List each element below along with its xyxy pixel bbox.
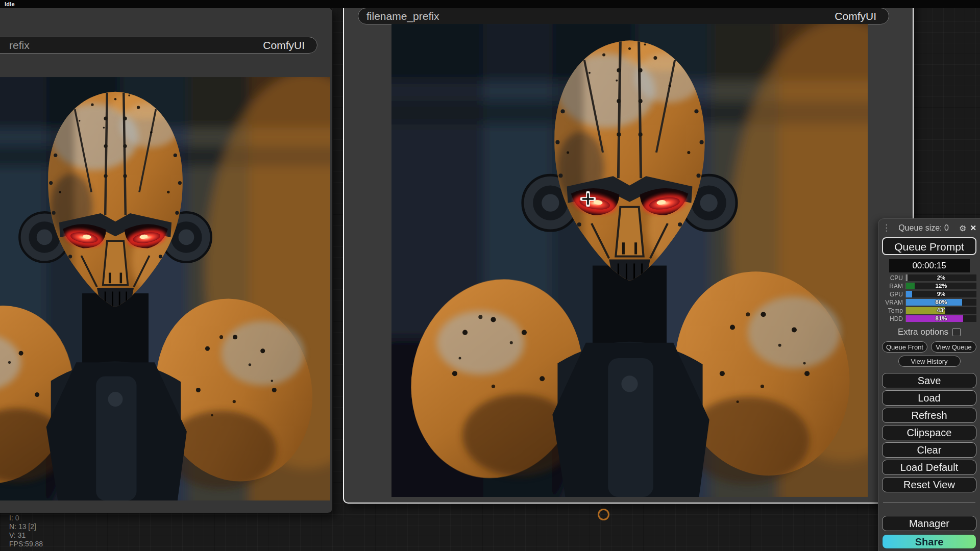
- clear-button[interactable]: Clear: [882, 442, 976, 458]
- view-history-button[interactable]: View History: [898, 356, 961, 367]
- load-button[interactable]: Load: [882, 390, 976, 406]
- monitor-bar: 2%: [905, 274, 976, 281]
- monitor-bar: 9%: [905, 291, 976, 297]
- robot-image: [391, 24, 868, 497]
- monitor-label: HDD: [882, 315, 905, 322]
- queue-prompt-button[interactable]: Queue Prompt: [882, 237, 976, 255]
- monitor-value: 43°: [906, 307, 976, 314]
- monitor-label: RAM: [882, 283, 905, 290]
- canvas-debug-stats: I: 0N: 13 [2]V: 31FPS:59.88: [9, 514, 43, 548]
- monitor-row-ram: RAM12%: [882, 283, 976, 289]
- monitor-row-hdd: HDD81%: [882, 315, 976, 322]
- resource-monitors: CPU2%RAM12%GPU9%VRAM80%Temp43°HDD81%: [882, 274, 976, 322]
- monitor-value: 2%: [906, 274, 976, 281]
- close-icon[interactable]: ✕: [970, 223, 976, 233]
- share-button[interactable]: Share: [882, 534, 976, 549]
- monitor-bar: 80%: [905, 299, 976, 306]
- monitor-bar: 43°: [905, 307, 976, 314]
- refresh-button[interactable]: Refresh: [882, 408, 976, 423]
- filename-prefix-widget-left[interactable]: refix ComfyUI: [0, 37, 317, 54]
- gear-icon[interactable]: ⚙: [959, 223, 966, 233]
- monitor-label: VRAM: [882, 299, 905, 306]
- debug-stat-line: FPS:59.88: [9, 540, 43, 548]
- filename-prefix-widget-center[interactable]: filename_prefix ComfyUI: [358, 8, 889, 24]
- extra-options-checkbox[interactable]: [952, 328, 961, 336]
- debug-stat-line: N: 13 [2]: [9, 522, 43, 531]
- load-default-button[interactable]: Load Default: [882, 460, 976, 475]
- monitor-row-cpu: CPU2%: [882, 274, 976, 281]
- monitor-label: Temp: [882, 307, 905, 314]
- monitor-row-temp: Temp43°: [882, 307, 976, 314]
- image-preview-left: [0, 77, 330, 500]
- debug-stat-line: I: 0: [9, 514, 43, 522]
- menu-divider: [883, 503, 975, 503]
- save-image-node-center[interactable]: filename_prefix ComfyUI: [343, 0, 914, 504]
- output-slot-ring[interactable]: [598, 509, 609, 520]
- clipspace-button[interactable]: Clipspace: [882, 425, 976, 440]
- widget-label: filename_prefix: [366, 10, 439, 22]
- top-status-bar: Idle: [0, 0, 980, 8]
- widget-value: ComfyUI: [263, 39, 305, 52]
- node-graph-canvas[interactable]: refix ComfyUI: [0, 0, 980, 551]
- monitor-value: 80%: [906, 299, 976, 306]
- monitor-row-gpu: GPU9%: [882, 291, 976, 297]
- monitor-label: GPU: [882, 291, 905, 298]
- crosshair-cursor: [580, 191, 596, 209]
- robot-image: [0, 77, 330, 500]
- menu-header: ⋮ Queue size: 0 ⚙ ✕: [882, 222, 976, 234]
- monitor-bar: 12%: [905, 283, 976, 289]
- comfy-menu-panel: ⋮ Queue size: 0 ⚙ ✕ Queue Prompt 00:00:1…: [878, 218, 980, 551]
- reset-view-button[interactable]: Reset View: [882, 477, 976, 492]
- monitor-row-vram: VRAM80%: [882, 299, 976, 306]
- monitor-value: 9%: [906, 291, 976, 297]
- manager-button[interactable]: Manager: [882, 516, 976, 531]
- execution-timer: 00:00:15: [889, 259, 970, 272]
- widget-value: ComfyUI: [835, 10, 876, 22]
- manager-status-label: Idle: [5, 1, 15, 7]
- extra-options-label: Extra options: [898, 327, 948, 337]
- monitor-bar: 81%: [905, 315, 976, 322]
- queue-front-button[interactable]: Queue Front: [882, 341, 927, 353]
- queue-size-label: Queue size: 0: [888, 223, 959, 233]
- monitor-value: 81%: [906, 315, 976, 322]
- drag-handle-icon[interactable]: ⋮: [882, 225, 888, 231]
- view-queue-button[interactable]: View Queue: [931, 341, 976, 353]
- widget-label: refix: [9, 39, 30, 52]
- save-button[interactable]: Save: [882, 373, 976, 388]
- image-preview-center: [391, 24, 868, 497]
- extra-options-row: Extra options: [882, 327, 976, 337]
- save-image-node-left[interactable]: refix ComfyUI: [0, 7, 333, 513]
- monitor-value: 12%: [906, 283, 976, 289]
- debug-stat-line: V: 31: [9, 531, 43, 540]
- monitor-label: CPU: [882, 274, 905, 282]
